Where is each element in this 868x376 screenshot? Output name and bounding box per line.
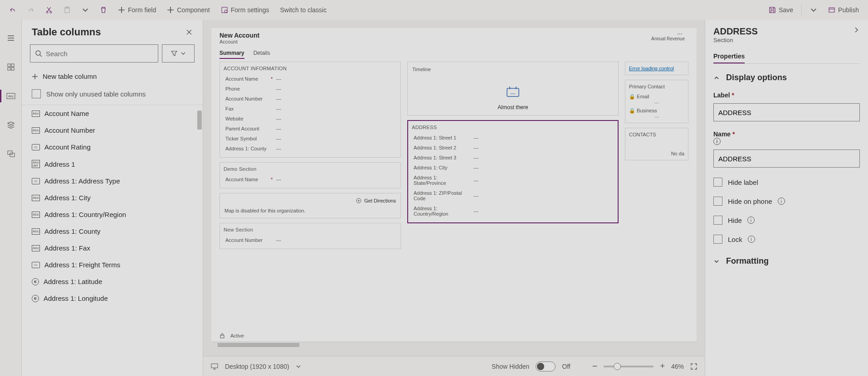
lock-checkbox-row[interactable]: Locki [713, 235, 860, 244]
column-item[interactable]: ◐Address 1: Latitude [22, 273, 203, 290]
form-field[interactable]: Address 1: State/Province--- [412, 173, 614, 188]
publish-button[interactable]: Publish [824, 2, 863, 18]
section-error[interactable]: Error loading control [625, 62, 688, 75]
new-table-column-button[interactable]: New table column [22, 68, 203, 85]
tab-details[interactable]: Details [254, 50, 270, 59]
column-item[interactable]: AbcAddress 1: Fax [22, 240, 203, 256]
rail-layers[interactable] [2, 116, 20, 134]
device-label[interactable]: Desktop (1920 x 1080) [225, 363, 289, 370]
info-icon[interactable]: i [778, 198, 785, 205]
info-icon[interactable]: i [748, 236, 755, 243]
form-field[interactable]: Account Number--- [224, 94, 397, 104]
column-item[interactable]: ▭Address 1: Address Type [22, 173, 203, 189]
lock-checkbox[interactable] [713, 235, 722, 244]
tab-summary[interactable]: Summary [219, 50, 244, 59]
section-address-selected[interactable]: ADDRESS Address 1: Street 1---Address 1:… [407, 120, 619, 223]
chevron-down-icon[interactable] [296, 364, 301, 369]
form-field[interactable]: Address 1: Street 2--- [412, 143, 614, 153]
section-account-information[interactable]: ACCOUNT INFORMATION Account Name*---Phon… [219, 62, 401, 158]
form-field[interactable]: Account Name*--- [224, 74, 397, 84]
properties-pane: ADDRESS Section Properties Display optio… [705, 20, 868, 376]
paste-dropdown[interactable] [77, 2, 93, 18]
rail-hamburger[interactable] [2, 29, 20, 47]
show-hidden-toggle[interactable] [536, 362, 556, 371]
form-settings-button[interactable]: Form settings [216, 2, 274, 18]
component-button[interactable]: Component [162, 2, 214, 18]
hide-checkbox-row[interactable]: Hidei [713, 216, 860, 225]
zoom-slider[interactable] [604, 366, 653, 367]
props-name-input[interactable] [713, 149, 860, 168]
props-tab-properties[interactable]: Properties [713, 50, 745, 63]
info-icon[interactable]: i [747, 217, 755, 224]
svg-rect-9 [8, 67, 10, 70]
save-button[interactable]: Save [764, 2, 798, 18]
search-input[interactable] [46, 50, 153, 58]
show-unused-checkbox-row[interactable]: Show only unused table columns [22, 85, 203, 105]
save-dropdown[interactable] [805, 2, 822, 18]
column-item[interactable]: AbcAddress 1: Country/Region [22, 206, 203, 223]
form-field-button[interactable]: Form field [113, 2, 161, 18]
section-demo[interactable]: Demo Section Account Name*--- [219, 162, 401, 188]
close-icon[interactable] [185, 29, 193, 36]
section-primary-contact[interactable]: Primary Contact 🔒 Email --- 🔒 Business -… [625, 80, 688, 123]
hide-label-checkbox-row[interactable]: Hide label [713, 178, 860, 187]
canvas-footer: Desktop (1920 x 1080) Show Hidden Off − … [203, 356, 705, 376]
column-item[interactable]: AbcdefAddress 1 [22, 155, 203, 173]
error-link[interactable]: Error loading control [629, 66, 674, 71]
section-timeline[interactable]: Timeline Almost there [407, 62, 619, 116]
rail-components[interactable] [2, 58, 20, 76]
column-item[interactable]: AbcAccount Number [22, 122, 203, 139]
form-field[interactable]: Website--- [224, 114, 397, 124]
column-item[interactable]: ◐Address 1: Longitude [22, 290, 203, 307]
form-field[interactable]: Address 1: County--- [224, 144, 397, 154]
svg-rect-23 [211, 364, 218, 368]
expand-icon[interactable] [853, 26, 860, 34]
form-field[interactable]: Fax--- [224, 104, 397, 114]
search-input-wrapper[interactable] [30, 44, 158, 63]
form-field[interactable]: Address 1: ZIP/Postal Code--- [412, 188, 614, 203]
form-field[interactable]: Phone--- [224, 84, 397, 94]
hide-checkbox[interactable] [713, 216, 722, 225]
svg-rect-6 [829, 8, 834, 12]
redo-button[interactable] [23, 2, 39, 18]
scrollbar-thumb[interactable] [197, 111, 202, 130]
rail-tree[interactable] [2, 145, 20, 163]
form-field[interactable]: Address 1: Street 3--- [412, 153, 614, 163]
section-contacts[interactable]: CONTACTS No da [625, 128, 688, 160]
form-field[interactable]: Account Name*--- [224, 174, 397, 184]
accordion-display-options[interactable]: Display options [713, 73, 860, 82]
hide-phone-checkbox[interactable] [713, 197, 722, 206]
fit-icon[interactable] [690, 363, 697, 370]
zoom-out-button[interactable]: − [592, 361, 598, 371]
canvas-h-scrollbar[interactable] [211, 342, 697, 348]
form-field[interactable]: Address 1: Street 1--- [412, 133, 614, 143]
delete-button[interactable] [95, 2, 112, 18]
form-field[interactable]: Account Number--- [224, 235, 397, 245]
form-field[interactable]: Ticker Symbol--- [224, 134, 397, 144]
switch-classic-button[interactable]: Switch to classic [275, 2, 331, 18]
panel-title: Table columns [32, 26, 101, 38]
zoom-in-button[interactable]: + [660, 362, 665, 371]
column-item[interactable]: AbcAddress 1: City [22, 189, 203, 206]
section-new[interactable]: New Section Account Number--- [219, 223, 401, 249]
form-field[interactable]: Parent Account--- [224, 124, 397, 134]
hide-label-checkbox[interactable] [713, 178, 722, 187]
info-icon[interactable]: i [713, 138, 721, 145]
form-field[interactable]: Address 1: Country/Region--- [412, 203, 614, 219]
filter-button[interactable] [162, 44, 195, 63]
paste-button[interactable] [59, 2, 75, 18]
show-unused-checkbox[interactable] [32, 89, 41, 98]
accordion-formatting[interactable]: Formatting [713, 256, 860, 266]
column-item[interactable]: AbcAddress 1: County [22, 223, 203, 240]
hide-phone-checkbox-row[interactable]: Hide on phonei [713, 197, 860, 206]
cut-button[interactable] [41, 2, 57, 18]
column-item[interactable]: ▭Address 1: Freight Terms [22, 256, 203, 273]
undo-button[interactable] [5, 2, 21, 18]
props-label-input[interactable] [713, 103, 860, 121]
form-canvas[interactable]: New Account Account ⋯ Annual Revenue Sum… [211, 28, 697, 348]
section-map[interactable]: Get Directions Map is disabled for this … [219, 193, 401, 218]
column-item[interactable]: ▭Account Rating [22, 139, 203, 155]
form-field[interactable]: Address 1: City--- [412, 163, 614, 173]
rail-table-columns[interactable]: Abc [2, 87, 20, 105]
column-item[interactable]: AbcAccount Name [22, 105, 203, 122]
